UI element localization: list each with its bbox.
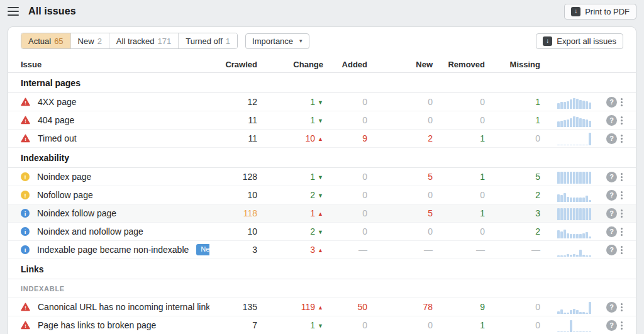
removed-value: 0 xyxy=(433,190,485,200)
hamburger-menu-icon[interactable] xyxy=(8,7,19,16)
history-sparkline-chart xyxy=(557,96,598,109)
removed-value: 1 xyxy=(433,208,485,218)
issue-cell[interactable]: iNoindex follow page xyxy=(21,208,209,218)
filter-tab-new[interactable]: New2 xyxy=(70,33,109,48)
new-value: 5 xyxy=(367,208,433,218)
section-header: Indexability xyxy=(8,148,636,168)
new-value: 0 xyxy=(367,320,433,330)
svg-text:!: ! xyxy=(25,323,26,329)
change-value: 2▼ xyxy=(257,190,323,200)
error-icon: ! xyxy=(21,134,30,143)
issue-cell[interactable]: !Noindex page xyxy=(21,172,209,182)
crawled-value: 3 xyxy=(209,245,257,255)
issue-cell[interactable]: !Page has links to broken page xyxy=(21,320,209,330)
change-down-icon: ▼ xyxy=(318,192,323,199)
issue-cell[interactable]: !Canonical URL has no incoming internal … xyxy=(21,302,209,312)
more-options-kebab-icon[interactable] xyxy=(619,227,625,237)
issue-cell[interactable]: !Timed out xyxy=(21,133,209,143)
column-header-removed: Removed xyxy=(433,60,485,69)
removed-value: 9 xyxy=(433,302,485,312)
added-value: 50 xyxy=(323,302,367,312)
filter-tab-turned-off[interactable]: Turned off1 xyxy=(178,33,237,48)
history-sparkline-chart xyxy=(557,243,598,257)
table-row[interactable]: !Timed out1110▲9210? xyxy=(8,130,636,148)
table-row[interactable]: !Page has links to broken page71▼0010? xyxy=(8,316,636,334)
more-options-kebab-icon[interactable] xyxy=(619,303,625,312)
crawled-value: 7 xyxy=(209,320,257,330)
table-row[interactable]: !Nofollow page102▼0002? xyxy=(8,186,636,204)
table-row[interactable]: !Canonical URL has no incoming internal … xyxy=(8,298,636,316)
added-value: — xyxy=(323,245,367,255)
help-icon[interactable]: ? xyxy=(606,245,617,255)
more-options-kebab-icon[interactable] xyxy=(619,116,625,125)
new-value: 5 xyxy=(367,172,433,182)
help-icon[interactable]: ? xyxy=(606,172,617,182)
new-value: 0 xyxy=(367,226,433,237)
svg-text:i: i xyxy=(25,228,26,235)
help-icon[interactable]: ? xyxy=(606,320,617,331)
new-value: 0 xyxy=(367,190,433,200)
filter-tab-all-tracked[interactable]: All tracked171 xyxy=(109,33,178,48)
help-icon[interactable]: ? xyxy=(606,226,617,237)
removed-value: — xyxy=(433,245,485,255)
help-icon[interactable]: ? xyxy=(606,302,617,313)
help-icon[interactable]: ? xyxy=(606,190,617,201)
issue-label: Canonical URL has no incoming internal l… xyxy=(38,302,209,312)
issue-cell[interactable]: !404 page xyxy=(21,115,209,125)
section-header: Links xyxy=(8,259,636,279)
change-down-icon: ▼ xyxy=(318,174,323,181)
print-to-pdf-button[interactable]: ↓ Print to PDF xyxy=(564,4,636,19)
info-icon: i xyxy=(21,209,30,218)
page-title: All issues xyxy=(28,6,76,17)
issue-cell[interactable]: !4XX page xyxy=(21,97,209,107)
table-header-row: IssueCrawledChangeAddedNewRemovedMissing xyxy=(8,56,636,73)
download-icon: ↓ xyxy=(543,36,552,46)
more-options-kebab-icon[interactable] xyxy=(619,97,625,107)
added-value: 9 xyxy=(323,133,367,143)
added-value: 0 xyxy=(323,97,367,107)
more-options-kebab-icon[interactable] xyxy=(619,172,625,182)
change-value: 119▲ xyxy=(257,302,323,312)
help-icon[interactable]: ? xyxy=(606,97,617,108)
more-options-kebab-icon[interactable] xyxy=(619,209,625,218)
issues-table: IssueCrawledChangeAddedNewRemovedMissing… xyxy=(8,56,636,334)
table-row[interactable]: iNoindex and nofollow page102▼0002? xyxy=(8,223,636,241)
more-options-kebab-icon[interactable] xyxy=(619,245,625,255)
history-sparkline-chart xyxy=(557,319,598,332)
help-icon[interactable]: ? xyxy=(606,115,617,126)
issue-cell[interactable]: iNoindex and nofollow page xyxy=(21,226,209,237)
added-value: 0 xyxy=(323,115,367,125)
importance-dropdown[interactable]: Importance ▾ xyxy=(245,33,309,49)
issue-label: Timed out xyxy=(38,133,77,143)
more-options-kebab-icon[interactable] xyxy=(619,134,625,143)
added-value: 0 xyxy=(323,172,367,182)
table-row[interactable]: !Noindex page1281▼0515? xyxy=(8,168,636,186)
change-value: 1▼ xyxy=(257,172,323,182)
table-row[interactable]: !404 page111▼0001? xyxy=(8,111,636,130)
missing-value: 5 xyxy=(485,172,540,182)
info-icon: i xyxy=(21,227,30,236)
issue-label: Nofollow page xyxy=(37,190,93,200)
table-body: Internal pages!4XX page121▼0001?!404 pag… xyxy=(8,73,636,334)
issue-label: Indexable page became non-indexable xyxy=(37,245,189,255)
issue-cell[interactable]: !Nofollow page xyxy=(21,190,209,200)
help-icon[interactable]: ? xyxy=(606,133,617,144)
issues-card: Actual65New2All tracked171Turned off1 Im… xyxy=(8,26,636,334)
column-header-new: New xyxy=(367,60,433,69)
removed-value: 0 xyxy=(433,97,485,107)
filter-count: 1 xyxy=(226,36,230,46)
issue-cell[interactable]: iIndexable page became non-indexableNew xyxy=(21,244,209,255)
help-icon[interactable]: ? xyxy=(606,208,617,219)
more-options-kebab-icon[interactable] xyxy=(619,191,625,200)
filter-tab-actual[interactable]: Actual65 xyxy=(21,33,70,48)
change-up-icon: ▲ xyxy=(318,247,323,253)
table-row[interactable]: !4XX page121▼0001? xyxy=(8,93,636,111)
table-row[interactable]: iIndexable page became non-indexableNew3… xyxy=(8,241,636,259)
more-options-kebab-icon[interactable] xyxy=(619,321,625,330)
change-down-icon: ▼ xyxy=(318,323,323,329)
table-row[interactable]: iNoindex follow page1181▲0513? xyxy=(8,204,636,223)
removed-value: 1 xyxy=(433,172,485,182)
missing-value: 1 xyxy=(485,115,540,125)
added-value: 0 xyxy=(323,208,367,218)
export-all-issues-button[interactable]: ↓ Export all issues xyxy=(536,33,623,49)
